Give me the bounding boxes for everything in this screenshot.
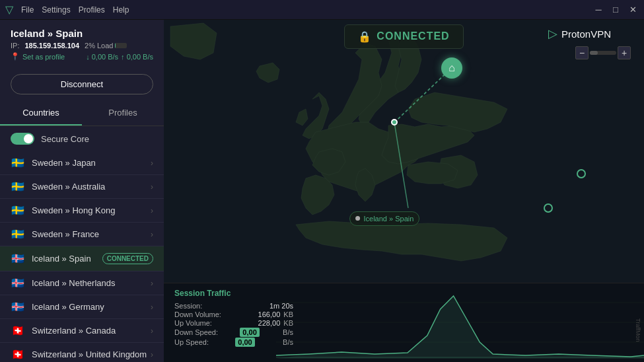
flag-sweden-japan: 🇸🇪 bbox=[11, 158, 25, 168]
up-speed-value: 0,00 bbox=[235, 338, 254, 347]
menu-profiles[interactable]: Profiles bbox=[79, 5, 105, 15]
server-name-sweden-australia: Sweden » Australia bbox=[32, 182, 151, 192]
tab-countries[interactable]: Countries bbox=[0, 101, 82, 126]
window-controls: ─ □ ✕ bbox=[592, 5, 639, 15]
pin-icon: 📍 bbox=[11, 52, 20, 61]
traffmon-label: TraffMon bbox=[635, 318, 641, 342]
proton-name: ProtonVPN bbox=[561, 28, 611, 40]
set-profile[interactable]: 📍 Set as profile ↓ 0,00 B/s ↑ 0,00 B/s bbox=[11, 52, 153, 61]
flag-iceland-nl: 🇮🇸 bbox=[11, 278, 25, 288]
proton-icon: ▷ bbox=[548, 26, 557, 41]
flag-switzerland-uk: 🇨🇭 bbox=[11, 349, 25, 359]
app-logo: ▽ bbox=[5, 3, 13, 16]
chart-svg bbox=[276, 283, 644, 362]
server-name-sweden-france: Sweden » France bbox=[32, 229, 151, 239]
zoom-in-button[interactable]: + bbox=[618, 46, 631, 59]
left-panel: Iceland » Spain IP: 185.159.158.104 2% L… bbox=[0, 20, 164, 362]
server-name-switzerland-uk: Switzerland » United Kingdom bbox=[32, 349, 151, 359]
traffic-chart bbox=[276, 283, 644, 362]
flag-iceland-spain: 🇮🇸 bbox=[11, 254, 25, 264]
speed-down: ↓ 0,00 B/s bbox=[86, 53, 118, 61]
flag-switzerland-canada: 🇨🇭 bbox=[11, 326, 25, 336]
menu-file[interactable]: File bbox=[21, 5, 34, 15]
zoom-slider-fill bbox=[590, 51, 598, 55]
connection-info: Iceland » Spain IP: 185.159.158.104 2% L… bbox=[0, 20, 164, 69]
tabs: Countries Profiles bbox=[0, 101, 164, 126]
server-item-iceland-netherlands[interactable]: 🇮🇸 Iceland » Netherlands › bbox=[0, 272, 164, 295]
chevron-icon-6: › bbox=[151, 303, 153, 312]
chevron-icon-2: › bbox=[151, 182, 153, 192]
proton-logo: ▷ ProtonVPN bbox=[548, 26, 611, 41]
minimize-button[interactable]: ─ bbox=[592, 5, 604, 15]
ip-address: 185.159.158.104 bbox=[24, 42, 79, 50]
load-bar bbox=[115, 43, 127, 48]
flag-sweden-hk: 🇸🇪 bbox=[11, 205, 25, 215]
profile-label: Set as profile bbox=[22, 53, 65, 61]
traffic-row-up-speed: Up Speed: 0,00 B/s bbox=[174, 338, 293, 347]
menu-settings[interactable]: Settings bbox=[42, 5, 70, 15]
chevron-icon-3: › bbox=[151, 206, 153, 215]
connected-badge: CONNECTED bbox=[102, 253, 153, 264]
secure-core-row: Secure Core bbox=[0, 126, 164, 151]
traffic-row-session: Session: 1m 20s bbox=[174, 302, 293, 310]
secure-core-toggle[interactable] bbox=[11, 133, 34, 145]
server-name-iceland-nl: Iceland » Netherlands bbox=[32, 278, 151, 288]
maximize-button[interactable]: □ bbox=[610, 5, 622, 15]
traffic-row-down-vol: Down Volume: 166,00 KB bbox=[174, 310, 293, 318]
flag-sweden-australia: 🇸🇪 bbox=[11, 182, 25, 192]
server-item-sweden-japan[interactable]: 🇸🇪 Sweden » Japan › bbox=[0, 151, 164, 175]
tab-profiles[interactable]: Profiles bbox=[82, 101, 164, 126]
chevron-icon-8: › bbox=[151, 350, 153, 359]
server-name-iceland-spain: Iceland » Spain bbox=[32, 254, 102, 264]
server-item-iceland-germany[interactable]: 🇮🇸 Iceland » Germany › bbox=[0, 295, 164, 319]
close-button[interactable]: ✕ bbox=[627, 5, 639, 15]
menu-bar: File Settings Profiles Help bbox=[21, 5, 129, 15]
server-list: 🇸🇪 Sweden » Japan › 🇸🇪 Sweden » Australi… bbox=[0, 151, 164, 362]
up-speed-label: Up Speed: bbox=[174, 338, 209, 346]
flag-sweden-france: 🇸🇪 bbox=[11, 229, 25, 239]
up-vol-label: Up Volume: bbox=[174, 319, 212, 327]
down-speed-label: Down Speed: bbox=[174, 328, 218, 336]
disconnect-button[interactable]: Disconnect bbox=[11, 74, 153, 94]
chevron-icon: › bbox=[151, 159, 153, 168]
toggle-knob bbox=[24, 134, 33, 143]
server-name-sweden-japan: Sweden » Japan bbox=[32, 158, 151, 168]
server-item-sweden-australia[interactable]: 🇸🇪 Sweden » Australia › bbox=[0, 175, 164, 199]
server-load: 2% Load bbox=[85, 42, 127, 50]
server-item-iceland-spain[interactable]: 🇮🇸 Iceland » Spain CONNECTED bbox=[0, 246, 164, 272]
secure-core-label: Secure Core bbox=[41, 134, 89, 144]
server-item-sweden-france[interactable]: 🇸🇪 Sweden » France › bbox=[0, 223, 164, 246]
menu-help[interactable]: Help bbox=[113, 5, 129, 15]
session-label: Session: bbox=[174, 302, 202, 310]
flag-iceland-de: 🇮🇸 bbox=[11, 302, 25, 312]
speed-up: ↑ 0,00 B/s bbox=[121, 53, 153, 61]
connected-server: Iceland » Spain bbox=[11, 28, 153, 39]
main-container: Iceland » Spain IP: 185.159.158.104 2% L… bbox=[0, 20, 644, 362]
connection-details: IP: 185.159.158.104 2% Load bbox=[11, 42, 153, 50]
traffic-row-up-vol: Up Volume: 228,00 KB bbox=[174, 319, 293, 327]
chevron-icon-7: › bbox=[151, 326, 153, 336]
zoom-out-button[interactable]: − bbox=[575, 46, 589, 59]
map-panel: ⌂ Iceland » Spain 🔒 CONNECTED bbox=[164, 20, 644, 362]
server-item-switzerland-uk[interactable]: 🇨🇭 Switzerland » United Kingdom › bbox=[0, 343, 164, 362]
zoom-slider[interactable] bbox=[590, 51, 616, 55]
traffic-panel: Session Traffic Session: 1m 20s Down Vol… bbox=[164, 283, 644, 362]
title-bar: ▽ File Settings Profiles Help ─ □ ✕ bbox=[0, 0, 644, 20]
zoom-controls: − + bbox=[575, 46, 631, 59]
server-item-switzerland-canada[interactable]: 🇨🇭 Switzerland » Canada › bbox=[0, 319, 164, 343]
chevron-icon-4: › bbox=[151, 230, 153, 239]
server-item-sweden-hongkong[interactable]: 🇸🇪 Sweden » Hong Kong › bbox=[0, 199, 164, 223]
chevron-icon-5: › bbox=[151, 279, 153, 288]
down-vol-label: Down Volume: bbox=[174, 310, 221, 318]
traffic-row-down-speed: Down Speed: 0,00 B/s bbox=[174, 328, 293, 337]
server-name-iceland-de: Iceland » Germany bbox=[32, 302, 151, 312]
server-name-sweden-hk: Sweden » Hong Kong bbox=[32, 205, 151, 215]
ip-label: IP: bbox=[11, 42, 19, 50]
down-speed-value: 0,00 bbox=[240, 328, 259, 337]
traffic-stats: Session: 1m 20s Down Volume: 166,00 KB U… bbox=[174, 302, 293, 347]
server-name-switzerland-canada: Switzerland » Canada bbox=[32, 326, 151, 336]
